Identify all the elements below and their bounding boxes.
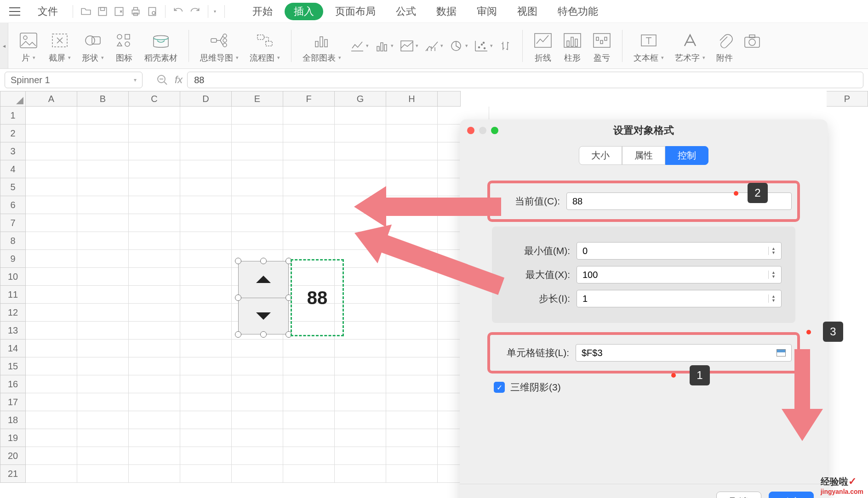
cell[interactable] xyxy=(283,196,335,214)
cell[interactable] xyxy=(335,160,386,178)
cell[interactable] xyxy=(180,124,232,142)
cell[interactable] xyxy=(26,196,77,214)
col-header[interactable]: A xyxy=(26,91,77,107)
row-header[interactable]: 20 xyxy=(0,447,26,465)
row-header[interactable]: 11 xyxy=(0,286,26,304)
row-header[interactable]: 21 xyxy=(0,465,26,483)
cell[interactable] xyxy=(26,142,77,160)
menu-file[interactable]: 文件 xyxy=(29,2,66,21)
hamburger-icon[interactable] xyxy=(9,7,20,16)
cell[interactable] xyxy=(26,322,77,340)
cell[interactable] xyxy=(77,286,129,304)
cell[interactable] xyxy=(26,411,77,429)
cell[interactable] xyxy=(77,268,129,286)
cell[interactable] xyxy=(77,232,129,250)
cell[interactable] xyxy=(77,214,129,232)
ribbon-sparkline-bar[interactable]: 柱形 xyxy=(563,28,582,63)
cell[interactable] xyxy=(232,232,283,250)
col-header[interactable]: P xyxy=(827,91,868,107)
cell[interactable] xyxy=(129,429,180,447)
cell[interactable] xyxy=(129,124,180,142)
min-input[interactable]: 0▲▼ xyxy=(577,242,782,260)
ribbon-mindmap[interactable]: 思维导图▾ xyxy=(200,28,239,63)
chart-area-icon[interactable]: ▾ xyxy=(399,38,418,54)
row-header[interactable]: 19 xyxy=(0,429,26,447)
cell[interactable] xyxy=(335,357,386,375)
cell[interactable] xyxy=(77,465,129,483)
cell[interactable] xyxy=(129,286,180,304)
ribbon-sparkline-line[interactable]: 折线 xyxy=(534,28,552,63)
cell[interactable] xyxy=(232,160,283,178)
cell[interactable] xyxy=(129,107,180,124)
cell[interactable] xyxy=(283,124,335,142)
cell[interactable] xyxy=(335,429,386,447)
ribbon-allcharts[interactable]: 全部图表▾ xyxy=(303,28,341,63)
cell[interactable] xyxy=(232,340,283,357)
cell[interactable] xyxy=(180,393,232,411)
cell[interactable] xyxy=(180,178,232,196)
cell[interactable] xyxy=(129,447,180,465)
cell[interactable] xyxy=(232,196,283,214)
zoom-out-icon[interactable] xyxy=(156,74,168,86)
cell[interactable] xyxy=(129,232,180,250)
cell[interactable] xyxy=(129,250,180,268)
spinner-up-button[interactable] xyxy=(239,261,288,298)
cell[interactable] xyxy=(283,107,335,124)
col-header[interactable]: G xyxy=(335,91,386,107)
cell[interactable] xyxy=(26,447,77,465)
cell[interactable] xyxy=(232,214,283,232)
cell[interactable] xyxy=(335,124,386,142)
cell[interactable] xyxy=(335,393,386,411)
shadow-checkbox-row[interactable]: ✓ 三维阴影(3) xyxy=(494,381,794,394)
cell[interactable] xyxy=(232,142,283,160)
cell[interactable] xyxy=(26,340,77,357)
cell[interactable] xyxy=(283,429,335,447)
cell-link-input[interactable]: $F$3 xyxy=(576,344,792,362)
cell[interactable] xyxy=(77,375,129,393)
cell[interactable] xyxy=(180,268,232,286)
cell[interactable] xyxy=(386,393,438,411)
cell[interactable] xyxy=(26,160,77,178)
cell[interactable] xyxy=(386,304,438,322)
cell[interactable] xyxy=(283,375,335,393)
checkbox-checked-icon[interactable]: ✓ xyxy=(494,382,505,393)
row-header[interactable]: 2 xyxy=(0,124,26,142)
cell[interactable] xyxy=(386,124,438,142)
cell[interactable] xyxy=(180,232,232,250)
cell[interactable] xyxy=(129,322,180,340)
name-box[interactable]: Spinner 1 ▾ xyxy=(5,72,143,88)
cell[interactable] xyxy=(335,107,386,124)
cell[interactable] xyxy=(77,124,129,142)
cell[interactable] xyxy=(77,196,129,214)
cell[interactable] xyxy=(129,268,180,286)
cell[interactable] xyxy=(77,178,129,196)
cell[interactable] xyxy=(26,429,77,447)
cell[interactable] xyxy=(180,286,232,304)
tab-formula[interactable]: 公式 xyxy=(388,2,424,21)
cell[interactable] xyxy=(26,375,77,393)
selection-handle[interactable] xyxy=(260,331,267,338)
cell[interactable] xyxy=(77,304,129,322)
row-header[interactable]: 17 xyxy=(0,393,26,411)
cell[interactable] xyxy=(77,160,129,178)
cell[interactable] xyxy=(77,107,129,124)
row-header[interactable]: 9 xyxy=(0,250,26,268)
cell[interactable] xyxy=(232,393,283,411)
cell[interactable] xyxy=(386,357,438,375)
cell[interactable] xyxy=(283,142,335,160)
tab-view[interactable]: 视图 xyxy=(509,2,546,21)
cell[interactable] xyxy=(180,107,232,124)
max-input[interactable]: 100▲▼ xyxy=(577,266,782,283)
cell[interactable] xyxy=(129,160,180,178)
cell[interactable] xyxy=(26,268,77,286)
cell[interactable] xyxy=(386,107,438,124)
close-icon[interactable] xyxy=(467,127,474,134)
qat-dropdown-icon[interactable]: ▾ xyxy=(214,9,216,14)
col-header[interactable]: C xyxy=(129,91,180,107)
cell[interactable] xyxy=(180,429,232,447)
row-header[interactable]: 7 xyxy=(0,214,26,232)
col-header[interactable]: D xyxy=(180,91,232,107)
save-icon[interactable] xyxy=(96,5,109,18)
cell[interactable] xyxy=(386,322,438,340)
row-header[interactable]: 15 xyxy=(0,357,26,375)
